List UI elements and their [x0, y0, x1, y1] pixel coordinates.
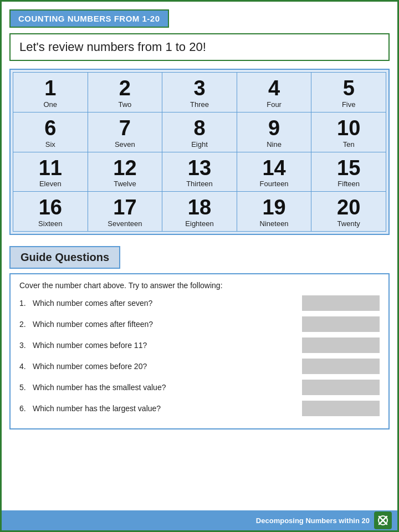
- number-cell-12: 12Twelve: [88, 152, 163, 192]
- number-word-17: Seventeen: [90, 219, 160, 228]
- number-cell-10: 10Ten: [311, 112, 386, 152]
- question-text-4: Which number comes before 20?: [33, 362, 296, 371]
- number-cell-18: 18Eighteen: [162, 192, 237, 232]
- number-cell-15: 15Fifteen: [311, 152, 386, 192]
- number-digit-12: 12: [90, 157, 160, 180]
- number-word-9: Nine: [239, 140, 309, 149]
- number-word-8: Eight: [165, 140, 234, 149]
- number-digit-16: 16: [16, 196, 85, 219]
- number-cell-20: 20Twenty: [311, 192, 386, 232]
- footer-icon: [374, 511, 392, 529]
- answer-input-2[interactable]: [302, 316, 380, 332]
- number-cell-14: 14Fourteen: [237, 152, 312, 192]
- number-cell-11: 11Eleven: [13, 152, 88, 192]
- number-digit-5: 5: [314, 77, 383, 100]
- guide-label-text: Guide Questions: [21, 251, 109, 263]
- number-cell-1: 1One: [13, 73, 88, 112]
- answer-input-5[interactable]: [302, 380, 380, 395]
- number-chart: 1One2Two3Three4Four5Five6Six7Seven8Eight…: [9, 69, 390, 235]
- number-cell-9: 9Nine: [237, 112, 312, 152]
- number-word-7: Seven: [90, 140, 160, 149]
- number-word-18: Eighteen: [165, 219, 234, 228]
- number-word-11: Eleven: [16, 180, 85, 188]
- number-word-1: One: [16, 100, 85, 109]
- answer-input-1[interactable]: [302, 295, 380, 311]
- number-digit-17: 17: [90, 196, 160, 219]
- number-word-6: Six: [16, 140, 85, 149]
- number-digit-13: 13: [165, 157, 234, 180]
- question-text-6: Which number has the largest value?: [33, 404, 296, 413]
- number-digit-9: 9: [239, 117, 309, 140]
- number-cell-17: 17Seventeen: [88, 192, 163, 232]
- number-word-14: Fourteen: [239, 180, 309, 188]
- question-text-2: Which number comes after fifteen?: [33, 320, 296, 329]
- number-digit-2: 2: [90, 77, 160, 100]
- number-cell-3: 3Three: [162, 73, 237, 112]
- question-row-5: 5. Which number has the smallest value?: [19, 380, 380, 395]
- number-cell-4: 4Four: [237, 73, 312, 112]
- question-row-3: 3. Which number comes before 11?: [19, 337, 380, 353]
- answer-input-3[interactable]: [302, 337, 380, 353]
- number-digit-6: 6: [16, 117, 85, 140]
- number-word-3: Three: [165, 100, 234, 109]
- question-number-1: 1.: [19, 299, 33, 308]
- question-row-2: 2. Which number comes after fifteen?: [19, 316, 380, 332]
- question-row-4: 4. Which number comes before 20?: [19, 359, 380, 374]
- number-word-16: Sixteen: [16, 219, 85, 228]
- number-grid: 1One2Two3Three4Four5Five6Six7Seven8Eight…: [13, 72, 386, 232]
- number-cell-13: 13Thirteen: [162, 152, 237, 192]
- number-cell-8: 8Eight: [162, 112, 237, 152]
- number-digit-15: 15: [314, 157, 383, 180]
- question-text-1: Which number comes after seven?: [33, 299, 296, 308]
- number-cell-7: 7Seven: [88, 112, 163, 152]
- question-number-2: 2.: [19, 320, 33, 329]
- page-header: COUNTING NUMBERS FROM 1-20: [9, 9, 169, 28]
- number-word-12: Twelve: [90, 180, 160, 188]
- answer-input-6[interactable]: [302, 401, 380, 416]
- number-cell-19: 19Nineteen: [237, 192, 312, 232]
- number-word-13: Thirteen: [165, 180, 234, 188]
- review-box: Let's review numbers from 1 to 20!: [9, 33, 390, 61]
- question-number-4: 4.: [19, 362, 33, 371]
- number-word-20: Twenty: [314, 219, 383, 228]
- number-word-10: Ten: [314, 140, 383, 149]
- number-cell-6: 6Six: [13, 112, 88, 152]
- questions-intro: Cover the number chart above. Try to ans…: [19, 281, 380, 290]
- number-word-5: Five: [314, 100, 383, 109]
- number-digit-10: 10: [314, 117, 383, 140]
- number-cell-5: 5Five: [311, 73, 386, 112]
- number-digit-11: 11: [16, 157, 85, 180]
- guide-questions-label: Guide Questions: [9, 246, 120, 269]
- number-word-4: Four: [239, 100, 309, 109]
- number-word-15: Fifteen: [314, 180, 383, 188]
- number-cell-2: 2Two: [88, 73, 163, 112]
- footer-bar: Decomposing Numbers within 20: [2, 510, 397, 530]
- question-row-6: 6. Which number has the largest value?: [19, 401, 380, 416]
- number-digit-8: 8: [165, 117, 234, 140]
- number-digit-3: 3: [165, 77, 234, 100]
- questions-box: Cover the number chart above. Try to ans…: [9, 273, 390, 429]
- question-number-5: 5.: [19, 383, 33, 392]
- number-word-19: Nineteen: [239, 219, 309, 228]
- number-digit-7: 7: [90, 117, 160, 140]
- question-number-6: 6.: [19, 404, 33, 413]
- review-text: Let's review numbers from 1 to 20!: [19, 40, 206, 54]
- footer-text: Decomposing Numbers within 20: [256, 516, 370, 525]
- question-row-1: 1. Which number comes after seven?: [19, 295, 380, 311]
- number-digit-20: 20: [314, 196, 383, 219]
- question-text-3: Which number comes before 11?: [33, 341, 296, 350]
- question-number-3: 3.: [19, 341, 33, 350]
- number-word-2: Two: [90, 100, 160, 109]
- number-digit-4: 4: [239, 77, 309, 100]
- number-digit-18: 18: [165, 196, 234, 219]
- answer-input-4[interactable]: [302, 359, 380, 374]
- number-digit-1: 1: [16, 77, 85, 100]
- question-text-5: Which number has the smallest value?: [33, 383, 296, 392]
- header-title: COUNTING NUMBERS FROM 1-20: [18, 14, 160, 23]
- number-digit-14: 14: [239, 157, 309, 180]
- number-cell-16: 16Sixteen: [13, 192, 88, 232]
- number-digit-19: 19: [239, 196, 309, 219]
- questions-list: 1. Which number comes after seven? 2. Wh…: [19, 295, 380, 416]
